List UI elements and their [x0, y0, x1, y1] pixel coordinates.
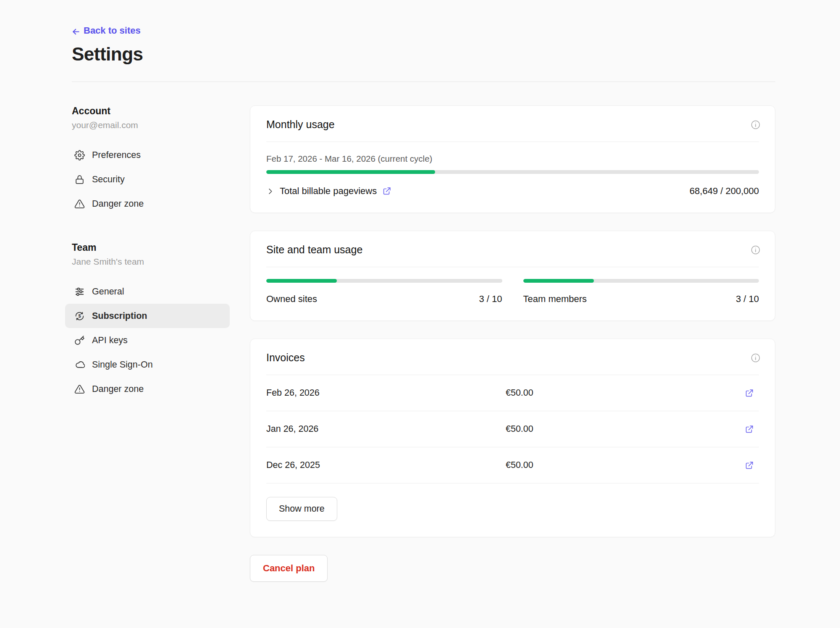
key-icon: [74, 335, 85, 346]
header-divider: [72, 81, 775, 82]
sidebar-item-label: Preferences: [92, 150, 141, 160]
dollar-refresh-icon: $: [74, 311, 85, 321]
invoice-row: Dec 26, 2025 €50.00: [266, 447, 759, 483]
team-members-meter: Team members 3 / 10: [523, 279, 759, 305]
account-email: your@email.com: [72, 120, 226, 130]
settings-main: Monthly usage Feb 17, 2026 - Mar 16, 202…: [250, 105, 775, 607]
invoice-external-link-icon[interactable]: [745, 461, 754, 470]
back-link-label: Back to sites: [84, 25, 141, 36]
lock-icon: [74, 174, 85, 185]
arrow-left-icon: [72, 26, 80, 35]
sidebar-section-account: Account your@email.com Preferences Secur…: [72, 105, 226, 216]
gear-icon: [74, 150, 85, 160]
owned-sites-label: Owned sites: [266, 294, 317, 305]
invoice-amount: €50.00: [506, 460, 745, 470]
invoice-date: Feb 26, 2026: [266, 388, 506, 398]
team-name: Jane Smith's team: [72, 257, 226, 267]
sidebar-item-label: API keys: [92, 335, 128, 346]
cloud-icon: [74, 360, 85, 370]
site-team-usage-card: Site and team usage Owned sites: [250, 231, 775, 321]
owned-sites-value: 3 / 10: [479, 294, 502, 305]
external-link-icon[interactable]: [382, 187, 391, 196]
monthly-usage-card: Monthly usage Feb 17, 2026 - Mar 16, 202…: [250, 105, 775, 213]
sidebar-item-label: Subscription: [92, 311, 147, 321]
team-members-progress-track: [523, 279, 759, 283]
show-more-button[interactable]: Show more: [266, 497, 337, 521]
pageviews-row: Total billable pageviews 68,649 / 200,00…: [266, 186, 759, 197]
sliders-icon: [74, 286, 85, 297]
invoice-amount: €50.00: [506, 424, 745, 434]
invoices-title: Invoices: [266, 352, 305, 364]
invoice-external-link-icon[interactable]: [745, 425, 754, 434]
info-icon[interactable]: [751, 120, 761, 130]
site-team-usage-title: Site and team usage: [266, 244, 362, 256]
sidebar-item-label: Single Sign-On: [92, 360, 153, 370]
billing-cycle-label: Feb 17, 2026 - Mar 16, 2026 (current cyc…: [266, 154, 759, 164]
pageviews-progress-fill: [266, 170, 435, 174]
sidebar-item-api-keys[interactable]: API keys: [65, 328, 230, 352]
invoice-row: Feb 26, 2026 €50.00: [266, 375, 759, 411]
team-members-value: 3 / 10: [736, 294, 759, 305]
sidebar-item-general[interactable]: General: [65, 279, 230, 304]
invoice-amount: €50.00: [506, 388, 745, 398]
owned-sites-progress-track: [266, 279, 502, 283]
chevron-right-icon: [266, 187, 274, 195]
owned-sites-meter: Owned sites 3 / 10: [266, 279, 502, 305]
warning-triangle-icon: [74, 199, 85, 209]
sidebar-item-subscription[interactable]: $ Subscription: [65, 304, 230, 328]
pageviews-progress-track: [266, 170, 759, 174]
warning-triangle-icon: [74, 384, 85, 394]
settings-page: Back to sites Settings Account your@emai…: [0, 0, 840, 607]
sidebar-item-preferences[interactable]: Preferences: [65, 143, 230, 167]
invoices-card: Invoices Feb 26, 2026 €50.00: [250, 339, 775, 537]
team-members-label: Team members: [523, 294, 587, 305]
pageviews-usage-value: 68,649 / 200,000: [690, 186, 759, 197]
monthly-usage-title: Monthly usage: [266, 118, 335, 131]
invoice-date: Dec 26, 2025: [266, 460, 506, 470]
account-heading: Account: [72, 105, 226, 117]
sidebar-item-label: Security: [92, 174, 125, 185]
sidebar-section-team: Team Jane Smith's team General $ Subscri…: [72, 242, 226, 401]
team-members-progress-fill: [523, 279, 594, 283]
sidebar-item-label: Danger zone: [92, 384, 144, 394]
page-title: Settings: [72, 44, 775, 65]
invoice-external-link-icon[interactable]: [745, 389, 754, 398]
invoice-date: Jan 26, 2026: [266, 424, 506, 434]
settings-sidebar: Account your@email.com Preferences Secur…: [72, 105, 226, 607]
sidebar-item-single-sign-on[interactable]: Single Sign-On: [65, 352, 230, 377]
cancel-plan-button[interactable]: Cancel plan: [250, 555, 328, 582]
sidebar-item-security[interactable]: Security: [65, 167, 230, 192]
sidebar-item-team-danger-zone[interactable]: Danger zone: [65, 377, 230, 401]
sidebar-item-label: General: [92, 286, 124, 297]
pageviews-expander[interactable]: Total billable pageviews: [266, 186, 391, 197]
team-heading: Team: [72, 242, 226, 253]
info-icon[interactable]: [751, 245, 761, 255]
invoice-row: Jan 26, 2026 €50.00: [266, 411, 759, 447]
sidebar-item-account-danger-zone[interactable]: Danger zone: [65, 192, 230, 216]
svg-text:$: $: [78, 313, 81, 318]
info-icon[interactable]: [751, 353, 761, 363]
pageviews-label: Total billable pageviews: [280, 186, 377, 197]
back-to-sites-link[interactable]: Back to sites: [72, 25, 141, 36]
sidebar-item-label: Danger zone: [92, 199, 144, 209]
owned-sites-progress-fill: [266, 279, 337, 283]
